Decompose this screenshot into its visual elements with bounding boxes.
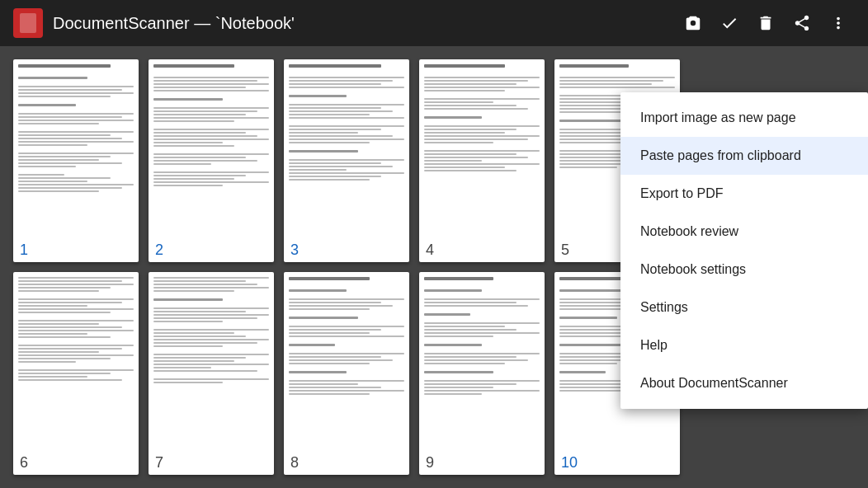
page-1[interactable]: 1 (13, 59, 139, 262)
page-number-10: 10 (561, 454, 578, 472)
page-number-4: 4 (426, 242, 434, 259)
app-icon (13, 8, 43, 38)
page-3[interactable]: 3 (284, 59, 409, 262)
content-area: 1 (0, 46, 868, 488)
page-2[interactable]: 2 (149, 59, 274, 262)
page-number-6: 6 (20, 454, 28, 472)
page-9[interactable]: 9 (419, 272, 545, 475)
page-grid: 1 (0, 46, 693, 488)
share-button[interactable] (785, 7, 818, 40)
menu-import-image[interactable]: Import image as new page (620, 99, 868, 137)
check-button[interactable] (713, 7, 746, 40)
app-title: DocumentScanner — `Notebook' (53, 14, 673, 33)
more-button[interactable] (822, 7, 855, 40)
menu-about[interactable]: About DocumentScanner (620, 364, 868, 402)
menu-help[interactable]: Help (620, 326, 868, 364)
menu-notebook-settings[interactable]: Notebook settings (620, 251, 868, 289)
toolbar: DocumentScanner — `Notebook' (0, 0, 868, 46)
page-number-3: 3 (290, 242, 299, 259)
page-number-9: 9 (426, 454, 434, 472)
page-number-1: 1 (20, 242, 28, 259)
menu-paste-clipboard[interactable]: Paste pages from clipboard (620, 137, 868, 175)
menu-export-pdf[interactable]: Export to PDF (620, 175, 868, 213)
delete-button[interactable] (749, 7, 782, 40)
page-6[interactable]: 6 (13, 272, 139, 475)
page-7[interactable]: 7 (149, 272, 274, 475)
dropdown-menu: Import image as new page Paste pages fro… (620, 92, 868, 409)
page-number-2: 2 (155, 242, 163, 259)
page-4[interactable]: 4 (419, 59, 545, 262)
page-number-8: 8 (290, 454, 299, 472)
menu-settings[interactable]: Settings (620, 289, 868, 326)
page-number-7: 7 (155, 454, 163, 472)
camera-button[interactable] (677, 7, 710, 40)
page-number-5: 5 (561, 242, 569, 259)
menu-notebook-review[interactable]: Notebook review (620, 213, 868, 251)
page-8[interactable]: 8 (284, 272, 409, 475)
